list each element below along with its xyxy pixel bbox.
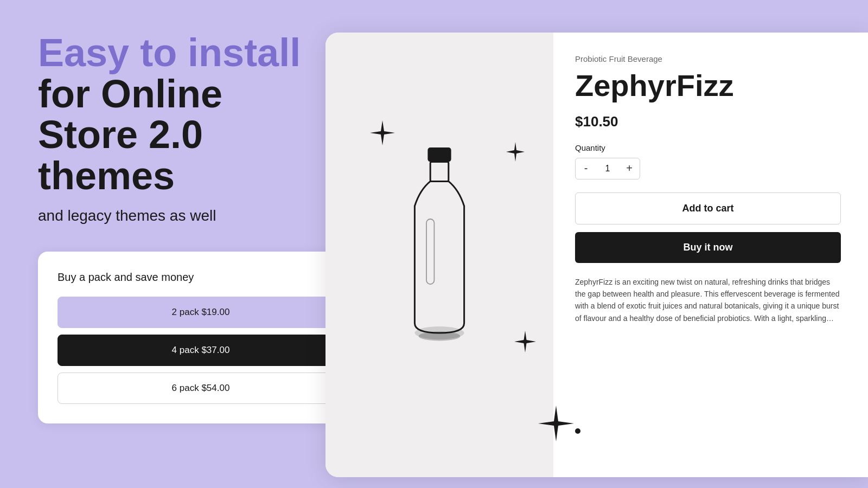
- product-name: ZephyrFizz: [575, 69, 841, 102]
- quantity-increase-button[interactable]: +: [619, 158, 640, 179]
- quantity-decrease-button[interactable]: -: [576, 158, 596, 179]
- pack-options: 2 pack $19.00 4 pack $37.00 6 pack $54.0…: [58, 297, 344, 404]
- product-info: Probiotic Fruit Beverage ZephyrFizz $10.…: [553, 33, 868, 477]
- product-price: $10.50: [575, 113, 841, 130]
- product-panel: Probiotic Fruit Beverage ZephyrFizz $10.…: [326, 33, 868, 477]
- sparkle-icon-br: [513, 330, 537, 358]
- add-to-cart-button[interactable]: Add to cart: [575, 192, 841, 224]
- buy-now-button[interactable]: Buy it now: [575, 232, 841, 263]
- headline-main: for Online Store 2.0 themes: [38, 72, 222, 197]
- pack-option-6[interactable]: 6 pack $54.00: [58, 373, 344, 404]
- quantity-value: 1: [596, 164, 619, 174]
- left-section: Easy to install for Online Store 2.0 the…: [0, 0, 336, 488]
- bottom-sparkle-decoration: [537, 404, 575, 445]
- pack-option-2[interactable]: 2 pack $19.00: [58, 297, 344, 328]
- main-headline: Easy to install for Online Store 2.0 the…: [38, 33, 304, 196]
- product-category: Probiotic Fruit Beverage: [575, 54, 841, 63]
- svg-rect-2: [426, 219, 434, 284]
- svg-point-4: [419, 332, 461, 341]
- product-image-area: [326, 33, 553, 477]
- quantity-control: - 1 +: [575, 158, 640, 179]
- sparkle-icon-tr: [505, 141, 526, 166]
- pack-widget-title: Buy a pack and save money: [58, 271, 344, 284]
- dot-decoration: [575, 428, 580, 434]
- quantity-label: Quantity: [575, 143, 841, 152]
- product-description: ZephyrFizz is an exciting new twist on n…: [575, 276, 841, 325]
- pack-widget: Buy a pack and save money 2 pack $19.00 …: [38, 252, 363, 423]
- svg-rect-1: [430, 162, 449, 181]
- sparkle-icon-tl: [369, 119, 396, 151]
- subheadline: and legacy themes as well: [38, 207, 304, 224]
- product-image: [363, 141, 515, 369]
- pack-option-4[interactable]: 4 pack $37.00: [58, 335, 344, 366]
- svg-rect-0: [427, 147, 451, 162]
- headline-highlight: Easy to install: [38, 31, 301, 74]
